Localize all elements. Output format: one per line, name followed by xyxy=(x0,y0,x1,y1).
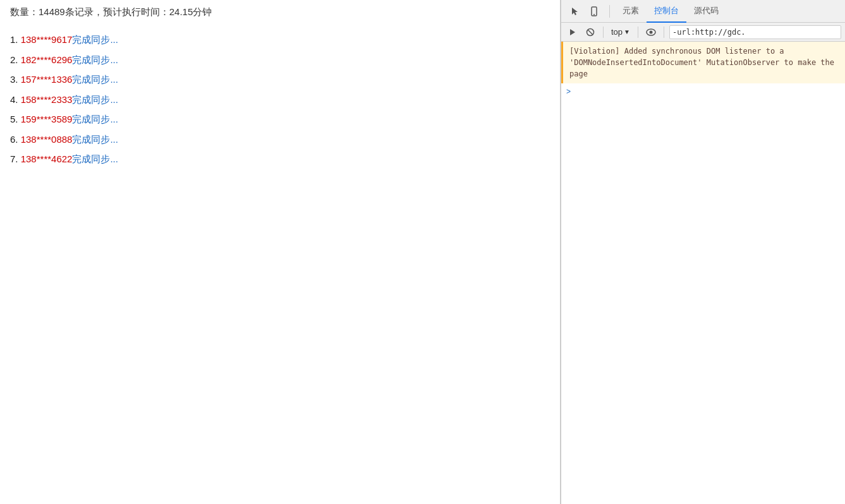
block-button[interactable] xyxy=(583,25,598,40)
sync-list: 1. 138****9617完成同步...2. 182****6296完成同步.… xyxy=(10,30,550,169)
item-status: 完成同步... xyxy=(72,94,118,105)
item-account: 157****1336 xyxy=(21,74,73,85)
left-panel: 数量：14489条记录，预计执行时间：24.15分钟 1. 138****961… xyxy=(0,0,561,504)
item-status: 完成同步... xyxy=(72,74,118,85)
list-item: 2. 182****6296完成同步... xyxy=(10,50,550,70)
item-number: 5. xyxy=(10,114,21,124)
devtools-console: [Violation] Added synchronous DOM listen… xyxy=(561,42,845,504)
cursor-icon[interactable] xyxy=(566,3,584,20)
context-dropdown[interactable]: top ▼ xyxy=(609,26,633,38)
violation-message: [Violation] Added synchronous DOM listen… xyxy=(561,42,845,83)
filter-input[interactable] xyxy=(669,25,841,39)
item-account: 159****3589 xyxy=(21,114,73,124)
tab-elements[interactable]: 元素 xyxy=(615,0,647,23)
tab-sources[interactable]: 源代码 xyxy=(686,0,726,23)
svg-point-6 xyxy=(649,30,652,33)
item-account: 158****2333 xyxy=(21,94,73,105)
item-account: 138****9617 xyxy=(21,34,73,45)
item-number: 6. xyxy=(10,134,21,145)
item-status: 完成同步... xyxy=(72,134,118,145)
item-account: 138****0888 xyxy=(21,134,73,145)
tab-console[interactable]: 控制台 xyxy=(647,0,686,23)
list-item: 3. 157****1336完成同步... xyxy=(10,69,550,90)
list-item: 6. 138****0888完成同步... xyxy=(10,129,550,150)
item-number: 1. xyxy=(10,34,21,45)
tab-separator xyxy=(609,5,610,18)
item-status: 完成同步... xyxy=(72,114,118,124)
item-status: 完成同步... xyxy=(72,54,118,65)
item-number: 3. xyxy=(10,74,21,85)
item-status: 完成同步... xyxy=(72,153,118,164)
eye-icon[interactable] xyxy=(643,25,659,40)
devtools-panel: 元素 控制台 源代码 top ▼ xyxy=(561,0,845,504)
svg-line-4 xyxy=(588,30,593,35)
toolbar-separator-3 xyxy=(664,27,664,38)
chevron-down-icon: ▼ xyxy=(624,28,630,35)
device-icon[interactable] xyxy=(585,3,603,20)
status-text: 数量：14489条记录，预计执行时间：24.15分钟 xyxy=(10,6,212,17)
list-item: 7. 138****4622完成同步... xyxy=(10,149,550,169)
devtools-tabs-bar: 元素 控制台 源代码 xyxy=(561,0,845,23)
item-status: 完成同步... xyxy=(72,34,118,45)
item-number: 2. xyxy=(10,54,21,65)
list-item: 5. 159****3589完成同步... xyxy=(10,109,550,129)
status-line: 数量：14489条记录，预计执行时间：24.15分钟 xyxy=(10,6,550,18)
svg-marker-2 xyxy=(570,29,575,35)
list-item: 1. 138****9617完成同步... xyxy=(10,30,550,50)
toolbar-separator-2 xyxy=(638,27,638,38)
prompt-chevron: > xyxy=(566,87,571,96)
item-number: 4. xyxy=(10,94,21,105)
item-account: 182****6296 xyxy=(21,54,73,65)
item-number: 7. xyxy=(10,153,21,164)
console-prompt[interactable]: > xyxy=(561,83,845,100)
run-button[interactable] xyxy=(565,25,580,40)
devtools-toolbar: top ▼ xyxy=(561,23,845,42)
item-account: 138****4622 xyxy=(21,153,73,164)
list-item: 4. 158****2333完成同步... xyxy=(10,90,550,110)
toolbar-separator-1 xyxy=(603,27,604,38)
